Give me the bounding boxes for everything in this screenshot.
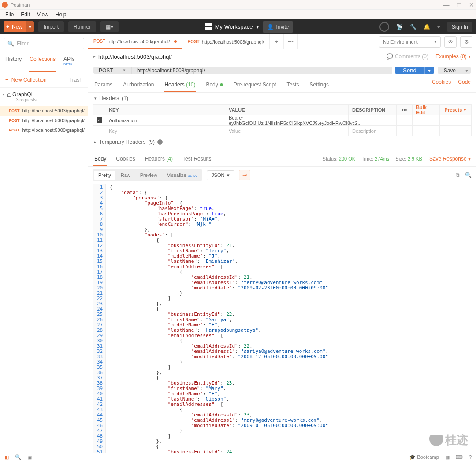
- tab-params[interactable]: Params: [93, 79, 113, 92]
- tab-resp-headers[interactable]: Headers (4): [144, 153, 174, 166]
- temp-headers-section-header[interactable]: ▸ Temporary Headers (9) i: [93, 136, 472, 148]
- menu-file[interactable]: File: [2, 11, 17, 18]
- workspace-dropdown[interactable]: My Workspace: [215, 23, 253, 30]
- chevron-down-icon[interactable]: ▾: [256, 23, 259, 30]
- format-dropdown[interactable]: JSON▾: [207, 170, 234, 180]
- wrench-icon[interactable]: 🔧: [410, 24, 416, 30]
- chevron-down-icon: ▾: [94, 96, 97, 101]
- tab-authorization[interactable]: Authorization: [122, 79, 155, 92]
- mode-raw[interactable]: Raw: [116, 171, 135, 180]
- signin-button[interactable]: Sign In: [447, 22, 472, 32]
- environment-dropdown[interactable]: No Environment ▾: [379, 36, 441, 48]
- sidebar-request[interactable]: POST http://localhost:5003/graphql/: [0, 106, 88, 116]
- request-sub-tabs: Params Authorization Headers (10) Body P…: [88, 77, 476, 93]
- more-icon[interactable]: •••: [396, 105, 412, 115]
- invite-button[interactable]: 👤 Invite: [263, 21, 293, 33]
- col-desc: DESCRIPTION: [349, 105, 396, 115]
- checkbox-checked-icon[interactable]: ✓: [97, 117, 102, 123]
- send-dropdown[interactable]: ▾: [424, 67, 434, 74]
- tab-tests[interactable]: Tests: [286, 79, 300, 92]
- new-collection-button[interactable]: + New Collection: [5, 77, 47, 83]
- header-value-input[interactable]: Value: [225, 126, 349, 136]
- examples-dropdown[interactable]: Examples (0) ▾: [435, 53, 471, 60]
- bootcamp-button[interactable]: 🎓 Bootcamp: [409, 454, 439, 460]
- status-bar: ◧ 🔍 ▣ 🎓 Bootcamp ▦ ⌨ ?: [0, 453, 476, 461]
- trash-link[interactable]: Trash: [69, 77, 82, 83]
- satellite-icon[interactable]: 📡: [396, 24, 403, 30]
- help-icon[interactable]: ?: [469, 454, 472, 460]
- import-button[interactable]: Import: [38, 21, 64, 32]
- tab-apis[interactable]: APIs BETA: [63, 53, 83, 72]
- wrap-toggle-icon[interactable]: ⇥: [239, 170, 250, 180]
- menu-help[interactable]: Help: [52, 11, 70, 18]
- tab-body[interactable]: Body: [205, 79, 223, 92]
- sidebar-request[interactable]: POST http://localhost:5003/graphql/: [0, 116, 88, 125]
- window-title: Postman: [11, 2, 30, 7]
- tab-settings[interactable]: Settings: [309, 79, 330, 92]
- eye-icon[interactable]: 👁: [444, 36, 457, 48]
- chevron-down-icon[interactable]: ▾: [3, 92, 5, 97]
- headers-section-header[interactable]: ▾ Headers (1): [93, 93, 472, 104]
- mode-pretty[interactable]: Pretty: [94, 171, 115, 180]
- heart-icon[interactable]: ♥: [437, 24, 440, 30]
- tab-history[interactable]: History: [4, 53, 22, 72]
- find-icon[interactable]: 🔍: [15, 454, 21, 460]
- tab-options-button[interactable]: •••: [284, 34, 298, 49]
- header-key-input[interactable]: Key: [105, 126, 225, 136]
- runner-button[interactable]: Runner: [68, 21, 96, 32]
- sync-icon[interactable]: [379, 22, 389, 32]
- menu-view[interactable]: View: [33, 11, 52, 18]
- tab-prescript[interactable]: Pre-request Script: [233, 79, 277, 92]
- request-tab[interactable]: POST http://localhost:5003/graphql/: [88, 34, 182, 49]
- close-icon[interactable]: ✕: [469, 1, 474, 8]
- header-key-input[interactable]: Authorization: [105, 115, 225, 125]
- cookies-link[interactable]: Cookies: [432, 79, 451, 92]
- header-desc-input[interactable]: [349, 115, 396, 125]
- add-tab-button[interactable]: +: [270, 34, 284, 49]
- save-dropdown[interactable]: ▾: [462, 67, 471, 74]
- send-button[interactable]: Send: [395, 67, 424, 74]
- tab-collections[interactable]: Collections: [29, 53, 56, 72]
- collection-item[interactable]: ▾ 🗀 GraphQL 3 requests: [0, 88, 88, 106]
- save-button[interactable]: Save: [438, 67, 462, 74]
- sidebar-request[interactable]: POST http://localhost:5000/graphql/: [0, 125, 88, 135]
- filter-input[interactable]: 🔍 Filter: [4, 38, 84, 49]
- menu-edit[interactable]: Edit: [17, 11, 33, 18]
- search-icon[interactable]: 🔍: [465, 172, 472, 178]
- header-desc-input[interactable]: Description: [349, 126, 396, 136]
- capture-button[interactable]: ▦▾: [100, 21, 119, 32]
- bulk-edit-link[interactable]: Bulk Edit: [412, 105, 439, 115]
- workspace-grid-icon: [205, 23, 212, 30]
- gear-icon[interactable]: ⚙: [460, 36, 472, 48]
- sidebar-toggle-icon[interactable]: ◧: [4, 454, 9, 460]
- url-input[interactable]: http://localhost:5003/graphql/: [131, 67, 392, 74]
- comments-button[interactable]: 💬 Comments (0): [387, 53, 428, 60]
- maximize-icon[interactable]: □: [457, 1, 461, 8]
- method-dropdown[interactable]: POST ▼: [93, 67, 131, 74]
- bell-icon[interactable]: 🔔: [424, 24, 430, 30]
- header-value-input[interactable]: Bearer eyJhbGciOiJIUzI1NiIsInR5cCI6IkpXV…: [225, 115, 349, 125]
- presets-dropdown[interactable]: Presets ▾: [439, 105, 471, 115]
- console-icon[interactable]: ▣: [27, 454, 32, 460]
- tab-resp-body[interactable]: Body: [93, 153, 107, 166]
- new-button[interactable]: + New ▾: [4, 21, 34, 32]
- mode-visualize[interactable]: Visualize BETA: [163, 171, 201, 180]
- layout-icon[interactable]: ▦: [445, 454, 450, 460]
- chevron-right-icon[interactable]: ▸: [93, 54, 96, 59]
- copy-icon[interactable]: ⧉: [456, 172, 460, 178]
- response-body-viewer[interactable]: 1234567891011121314151617181920212223242…: [93, 184, 472, 453]
- tab-resp-cookies[interactable]: Cookies: [115, 153, 136, 166]
- keyboard-icon[interactable]: ⌨: [456, 454, 463, 460]
- chevron-down-icon: ▾: [227, 172, 230, 178]
- title-bar: Postman — □ ✕: [0, 0, 476, 10]
- chevron-down-icon[interactable]: ▾: [26, 21, 34, 32]
- mode-preview[interactable]: Preview: [136, 171, 162, 180]
- request-tab[interactable]: POST http://localhost:5003/graphql/: [182, 34, 270, 49]
- code-link[interactable]: Code: [458, 79, 471, 92]
- minimize-icon[interactable]: —: [443, 1, 450, 8]
- tab-headers[interactable]: Headers (10): [164, 79, 196, 92]
- col-value: VALUE: [225, 105, 349, 115]
- save-response-dropdown[interactable]: Save Response ▾: [429, 156, 471, 162]
- info-icon[interactable]: i: [157, 139, 163, 145]
- tab-resp-tests[interactable]: Test Results: [182, 153, 212, 166]
